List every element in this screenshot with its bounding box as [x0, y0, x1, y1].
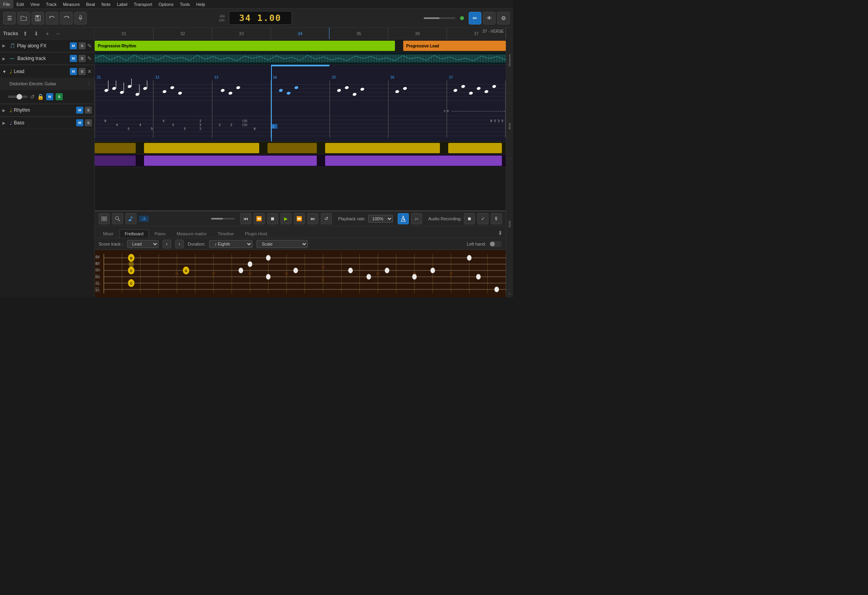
- note-view-button[interactable]: [125, 213, 137, 224]
- loop-button[interactable]: ↺: [321, 213, 332, 224]
- menu-file[interactable]: File: [0, 0, 13, 8]
- bass-block-2: [144, 156, 317, 166]
- section-label: 37 - VERSE: [483, 29, 504, 34]
- fretboard-area[interactable]: E4 B3 G3 D3 A2 E2: [95, 250, 506, 297]
- track-expand-rhythm[interactable]: ▶: [2, 108, 8, 113]
- svg-point-153: [248, 261, 253, 267]
- save-button[interactable]: [32, 12, 44, 24]
- grid-view-button[interactable]: [99, 213, 110, 224]
- mute-backing[interactable]: M: [70, 55, 77, 62]
- pencil-mode-button[interactable]: ✏: [469, 12, 481, 24]
- tab-piano[interactable]: Piano: [150, 229, 171, 238]
- svg-point-52: [395, 90, 399, 93]
- mic-button[interactable]: [74, 12, 87, 24]
- collapse-all-button[interactable]: ⬆: [21, 30, 29, 38]
- playback-rate-select[interactable]: 100% 75% 50%: [368, 215, 393, 223]
- menu-transport[interactable]: Transport: [131, 0, 155, 8]
- mute-lead[interactable]: M: [70, 68, 77, 75]
- tab-fretboard[interactable]: Fretboard: [120, 229, 149, 238]
- tab-measure-matrix[interactable]: Measure matrix: [172, 229, 212, 238]
- tempo-button[interactable]: ♩=: [411, 213, 422, 224]
- solo-rhythm[interactable]: S: [85, 107, 92, 114]
- expand-all-button[interactable]: ⬇: [32, 30, 40, 38]
- mute-playalong[interactable]: M: [70, 42, 77, 49]
- mute-lead-2[interactable]: M: [46, 93, 53, 100]
- svg-text:4: 4: [139, 123, 141, 127]
- svg-line-92: [118, 219, 120, 221]
- add-track-button[interactable]: +: [43, 30, 51, 38]
- tab-timeline[interactable]: Timeline: [213, 229, 239, 238]
- record-button[interactable]: ⏺: [464, 213, 475, 224]
- menu-measure[interactable]: Measure: [60, 0, 83, 8]
- mic2-button[interactable]: 🎙: [491, 213, 502, 224]
- edit-playalong[interactable]: ✎: [87, 43, 92, 49]
- solo-backing[interactable]: S: [79, 55, 86, 62]
- solo-lead[interactable]: S: [79, 68, 86, 75]
- menu-track[interactable]: Track: [43, 0, 60, 8]
- menu-tools[interactable]: Tools: [177, 0, 193, 8]
- import-track-button[interactable]: ←: [54, 30, 62, 38]
- svg-text:C: C: [130, 282, 132, 285]
- open-button[interactable]: [17, 12, 30, 24]
- track-expand-playalong[interactable]: ▶: [2, 43, 8, 48]
- fast-forward-button[interactable]: ⏩: [294, 213, 305, 224]
- track-name-lead: Lead: [14, 69, 68, 74]
- fast-forward-end-button[interactable]: ⏭: [307, 213, 318, 224]
- menu-label[interactable]: Label: [114, 0, 131, 8]
- loop-icon[interactable]: ↺: [30, 94, 35, 100]
- play-button[interactable]: ▶: [281, 213, 292, 224]
- panel-collapse-button[interactable]: ›: [506, 289, 513, 297]
- edit-backing[interactable]: ✎: [87, 55, 92, 62]
- score-track-select[interactable]: Lead Rhythm Bass: [127, 240, 159, 248]
- track-row-backing: ▶ — Backing track M S ✎: [0, 52, 94, 65]
- check-button[interactable]: ✓: [477, 213, 488, 224]
- close-lead[interactable]: ✕: [87, 68, 92, 75]
- svg-point-134: [175, 272, 178, 276]
- nav-prev-button[interactable]: ‹: [163, 240, 171, 248]
- view-mode-button[interactable]: 👁: [483, 12, 496, 24]
- beat-label: Beat: [506, 93, 513, 159]
- lock-icon[interactable]: 🔒: [37, 94, 44, 100]
- rewind-start-button[interactable]: ⏮: [240, 213, 251, 224]
- menu-edit[interactable]: Edit: [13, 0, 27, 8]
- playback-rate-label: Playback rate:: [338, 216, 366, 221]
- solo-lead-2[interactable]: S: [56, 93, 63, 100]
- svg-text:(3): (3): [242, 123, 248, 127]
- metronome-button[interactable]: [398, 213, 409, 224]
- score-track-label: Score track :: [99, 242, 123, 246]
- panel-options-button[interactable]: ⬇: [498, 230, 503, 236]
- instrument-menu[interactable]: ⋮: [87, 81, 91, 86]
- tab-mixer[interactable]: Mixer: [98, 229, 119, 238]
- solo-bass[interactable]: S: [85, 119, 92, 126]
- menu-note[interactable]: Note: [98, 0, 114, 8]
- track-expand-bass[interactable]: ▶: [2, 121, 8, 125]
- mute-rhythm[interactable]: M: [76, 107, 83, 114]
- hamburger-button[interactable]: ☰: [3, 12, 16, 24]
- redo-button[interactable]: [60, 12, 73, 24]
- solo-playalong[interactable]: S: [79, 42, 86, 49]
- menu-view[interactable]: View: [27, 0, 43, 8]
- menu-help[interactable]: Help: [193, 0, 208, 8]
- settings-button[interactable]: ⚙: [497, 12, 510, 24]
- track-panel: Tracks ⬆ ⬇ + ← ▶ 🎵 Play along FX M S ✎ ▶…: [0, 28, 95, 297]
- rewind-button[interactable]: ⏪: [254, 213, 265, 224]
- left-hand-toggle[interactable]: [489, 241, 502, 247]
- content-row-lead[interactable]: 31 32 33 34 35 36 37: [95, 65, 506, 142]
- undo-button[interactable]: [46, 12, 58, 24]
- track-expand-backing[interactable]: ▶: [2, 56, 8, 61]
- zoom-slider[interactable]: [211, 218, 235, 220]
- mute-bass[interactable]: M: [76, 119, 83, 126]
- volume-slider-lead[interactable]: [8, 96, 28, 98]
- zoom-button[interactable]: [112, 213, 123, 224]
- track-expand-lead[interactable]: ▼: [2, 69, 8, 74]
- nav-next-button[interactable]: ›: [175, 240, 184, 248]
- bass-block-1: [95, 156, 136, 166]
- scale-select[interactable]: Scale Pentatonic Blues: [256, 240, 308, 248]
- menu-options[interactable]: Options: [155, 0, 177, 8]
- stop-button[interactable]: ⏹: [267, 213, 278, 224]
- svg-text:8 5 3 5 3: 8 5 3 5 3: [490, 119, 506, 123]
- svg-point-45: [279, 88, 283, 92]
- menu-beat[interactable]: Beat: [83, 0, 98, 8]
- duration-select[interactable]: ♪ Eighth ♩ Quarter 𝅗𝅥 Half: [209, 240, 253, 248]
- tab-plugin-host[interactable]: Plugin Host: [240, 229, 272, 238]
